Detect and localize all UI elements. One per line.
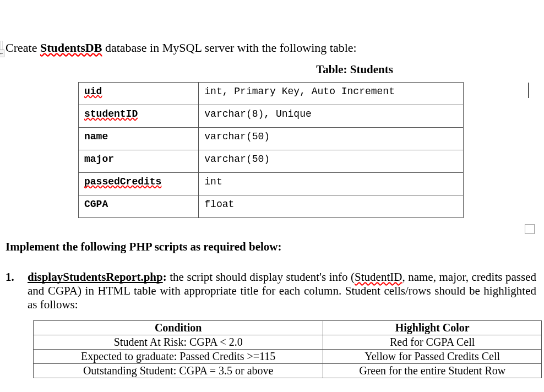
condition-cell: Expected to graduate: Passed Credits >=1… [34, 350, 323, 364]
studentid-word: StudentID [355, 270, 402, 284]
schema-field: passedCredits [79, 173, 199, 195]
schema-spec: int [199, 173, 464, 195]
anchor-square [525, 224, 535, 234]
conditions-table: Condition Highlight Color Student At Ris… [33, 320, 542, 378]
header-highlight: Highlight Color [323, 321, 542, 335]
schema-field: major [79, 150, 199, 173]
body-prefix: the script should display student's info… [167, 270, 355, 284]
schema-field: uid [79, 83, 199, 105]
section-heading: Implement the following PHP scripts as r… [6, 240, 538, 254]
schema-spec: float [199, 195, 464, 218]
table-row: Student At Risk: CGPA < 2.0Red for CGPA … [34, 335, 542, 350]
intro-paragraph: Create StudentsDB database in MySQL serv… [6, 41, 538, 55]
text-cursor [528, 83, 529, 98]
table-row: Expected to graduate: Passed Credits >=1… [34, 350, 542, 364]
schema-spec: varchar(50) [199, 128, 464, 150]
table-caption: Table: Students [171, 63, 538, 77]
colon: : [163, 270, 167, 284]
table-row: passedCreditsint [79, 173, 464, 195]
list-item-1: 1. displayStudentsReport.php: the script… [6, 270, 538, 312]
table-row: majorvarchar(50) [79, 150, 464, 173]
field-name: passedCredits [84, 176, 161, 187]
field-name: uid [84, 86, 102, 97]
header-condition: Condition [34, 321, 323, 335]
tab-stop-handle: ↔ [0, 50, 4, 57]
schema-table: uidint, Primary Key, Auto Incrementstude… [78, 82, 464, 218]
schema-field: name [79, 128, 199, 150]
field-name: studentID [84, 108, 138, 119]
db-name: StudentsDB [40, 41, 102, 55]
table-header-row: Condition Highlight Color [34, 321, 542, 335]
condition-cell: Outstanding Student: CGPA = 3.5 or above [34, 364, 323, 378]
table-row: CGPAfloat [79, 195, 464, 218]
table-row: uidint, Primary Key, Auto Increment [79, 83, 464, 105]
list-body: displayStudentsReport.php: the script sh… [28, 270, 536, 312]
document-body: Create StudentsDB database in MySQL serv… [0, 0, 544, 378]
intro-suffix: database in MySQL server with the follow… [102, 41, 356, 55]
list-number: 1. [6, 270, 20, 284]
table-row: Outstanding Student: CGPA = 3.5 or above… [34, 364, 542, 378]
highlight-cell: Green for the entire Student Row [323, 364, 542, 378]
highlight-cell: Yellow for Passed Credits Cell [323, 350, 542, 364]
schema-field: CGPA [79, 195, 199, 218]
condition-cell: Student At Risk: CGPA < 2.0 [34, 335, 323, 350]
schema-field: studentID [79, 105, 199, 128]
table-row: studentIDvarchar(8), Unique [79, 105, 464, 128]
schema-spec: varchar(8), Unique [199, 105, 464, 128]
intro-prefix: Create [6, 41, 40, 55]
script-name: displayStudentsReport.php [28, 270, 163, 284]
schema-spec: int, Primary Key, Auto Increment [199, 83, 464, 105]
highlight-cell: Red for CGPA Cell [323, 335, 542, 350]
schema-spec: varchar(50) [199, 150, 464, 173]
table-row: namevarchar(50) [79, 128, 464, 150]
